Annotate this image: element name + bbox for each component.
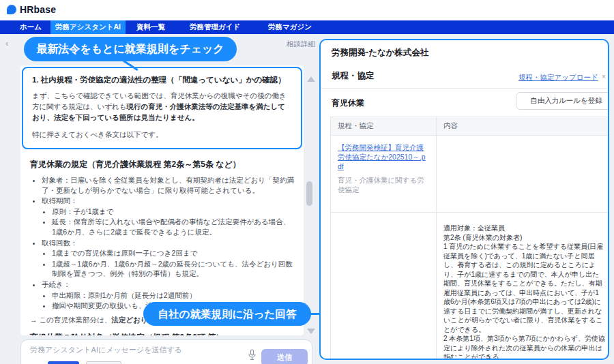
divider (321, 88, 608, 89)
scrollbar-thumb[interactable] (306, 181, 312, 206)
composer-chip-secondary[interactable] (86, 361, 121, 364)
regulation-bullet-list: 対象者：日雇いを除く全従業員を対象とし、有期契約者は法定どおり「契約満了・更新な… (30, 175, 294, 311)
hrbase-logo-text: HRbase (20, 4, 56, 15)
content-cell: 適用対象：全従業員 第2条 (育児休業の対象者) 1 育児のために休業することを… (437, 213, 610, 361)
bullet-text: 延長：保育所等に入れない場合や配偶者の事情など法定要件がある場合、1歳6か月、さ… (52, 217, 290, 236)
nav-tab-magazine[interactable]: 労務マガジン (254, 20, 326, 34)
composer-chip-primary[interactable] (48, 361, 79, 364)
regulation-agreement-title: 規程・協定 (332, 70, 375, 82)
list-item: 取得期間： 原則：子が1歳まで 延長：保育所等に入れない場合や配偶者の事情など法… (42, 196, 294, 237)
main-nav: ホーム 労務アシスタントAI 資料一覧 労務管理ガイド 労務マガジン (0, 20, 614, 34)
app-header: HRbase (0, 0, 614, 20)
list-item: 対象者：日雇いを除く全従業員を対象とし、有期契約者は法定どおり「契約満了・更新な… (42, 175, 294, 195)
list-item: 申出期限：原則1か月前（延長分は2週間前） (52, 290, 294, 301)
bullet-text: 手続き： (42, 280, 70, 288)
list-item: 1歳超～1歳6か月、1歳6か月超～2歳の延長分についても、法令どおり回数制限を置… (52, 259, 294, 279)
answer-highlight-box: 1. 社内規程・労使協定の適法性の整理（「間違っていない」かの確認） まず、こち… (22, 67, 302, 149)
bullet-text: 1歳超～1歳6か月、1歳6か月超～2歳の延長分についても、法令どおり回数制限を置… (52, 260, 293, 278)
answer-paragraph-2: 特に押さえておくべき条文は以下です。 (32, 129, 292, 140)
bullet-text: 取得回数： (42, 239, 78, 247)
bullet-text: 取得期間： (42, 196, 78, 204)
message-input[interactable] (30, 346, 228, 354)
table-header-row: 規程・協定 内容 (331, 117, 610, 136)
nav-tab-labor-guide[interactable]: 労務管理ガイド (176, 20, 254, 34)
childcare-leave-heading: 育児休業 (332, 97, 364, 109)
nav-tab-home[interactable]: ホーム (11, 20, 50, 34)
exclusion-heading: 育児休業の除外対象（労使協定／規程 第2条2項 等） (30, 332, 294, 335)
company-regulation-panel: 労務開発-たなか株式会社 規程・協定 規程・協定アップロード × 育児休業 自由… (319, 39, 609, 360)
consultation-detail-link[interactable]: 相談詳細 (287, 40, 315, 49)
nav-tab-ai-assistant[interactable]: 労務アシスタントAI (50, 20, 126, 34)
sub-list: 原則：子が1歳まで 延長：保育所等に入れない場合や配偶者の事情など法定要件がある… (42, 207, 294, 237)
table-row: 【労務開発検証】育児介護労使協定たなか202510～.pdf 育児・介護休業に関… (331, 136, 610, 213)
company-name: 労務開発-たなか株式会社 (332, 47, 429, 59)
column-header-content: 内容 (437, 117, 610, 136)
register-free-input-rule-button[interactable]: 自由入力ルールを登録 (516, 92, 609, 110)
list-item: 1歳までの育児休業は原則一子につき2回まで (52, 248, 294, 258)
conclusion-note-text: → この育児休業部分は、 (30, 316, 111, 324)
ai-answer-card: 1. 社内規程・労使協定の適法性の整理（「間違っていない」かの確認） まず、こち… (20, 65, 304, 335)
message-composer: 送信 (20, 339, 312, 364)
list-item: 取得回数： 1歳までの育児休業は原則一子につき2回まで 1歳超～1歳6か月、1歳… (42, 238, 294, 279)
send-button[interactable]: 送信 (261, 349, 308, 364)
answer-section-title: 1. 社内規程・労使協定の適法性の整理（「間違っていない」かの確認） (32, 75, 292, 85)
regulation-table: 規程・協定 内容 【労務開発検証】育児介護労使協定たなか202510～.pdf … (330, 117, 609, 360)
pdf-document-link[interactable]: 【労務開発検証】育児介護労使協定たなか202510～.pdf (338, 142, 429, 171)
bullet-text: 申出期限：原則1か月前（延長分は2週間前） (52, 291, 196, 299)
document-cell: 【労務開発検証】育児介護労使協定たなか202510～.pdf 育児・介護休業に関… (331, 136, 437, 213)
annotation-callout-top: 最新法令をもとに就業規則をチェック (24, 37, 237, 61)
list-item: 延長：保育所等に入れない場合や配偶者の事情など法定要件がある場合、1歳6か月、さ… (52, 217, 294, 237)
external-icon: × (602, 73, 606, 80)
microphone-icon[interactable] (248, 349, 257, 363)
answer-paragraph: まず、こちらで確認できている範囲では、育児休業からの復職やその後の働き方に関する… (32, 90, 292, 123)
hrbase-logo: HRbase (7, 4, 56, 15)
sub-list: 1歳までの育児休業は原則一子につき2回まで 1歳超～1歳6か月、1歳6か月超～2… (42, 248, 294, 279)
annotation-callout-bottom: 自社の就業規則に沿った回答 (143, 302, 311, 326)
list-item: 原則：子が1歳まで (52, 207, 294, 217)
regulation-content-text: 適用対象：全従業員 第2条 (育児休業の対象者) 1 育児のために休業することを… (443, 219, 605, 360)
upload-regulation-link[interactable]: 規程・協定アップロード (518, 73, 598, 82)
bullet-text: 対象者：日雇いを除く全従業員を対象とし、有期契約者は法定どおり「契約満了・更新な… (42, 176, 294, 194)
bullet-text: 原則：子が1歳まで (52, 207, 114, 215)
conclusion-note-bold: 法定どおり (111, 316, 147, 324)
scroll-down-icon[interactable] (307, 329, 315, 334)
chevron-left-icon[interactable]: ‹ (5, 38, 8, 48)
regulation-heading: 育児休業の規定（育児介護休業規程 第2条～第5条 など） (30, 159, 294, 170)
scroll-up-icon[interactable] (307, 76, 315, 82)
pdf-document-description: 育児・介護休業に関する労使協定 (338, 175, 429, 194)
hrbase-logo-icon (7, 5, 16, 14)
document-cell-empty (331, 213, 437, 361)
table-row: 適用対象：全従業員 第2条 (育児休業の対象者) 1 育児のために休業することを… (331, 213, 610, 361)
content-cell-empty (437, 136, 610, 213)
nav-tab-documents[interactable]: 資料一覧 (126, 20, 176, 34)
bullet-text: 1歳までの育児休業は原則一子につき2回まで (52, 249, 197, 257)
column-header-regulation: 規程・協定 (331, 117, 437, 136)
